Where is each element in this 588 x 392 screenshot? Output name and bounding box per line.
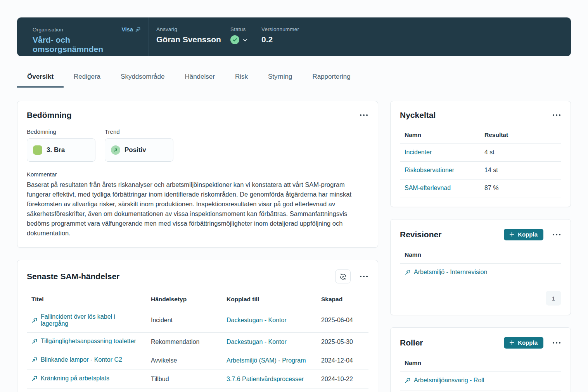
roller-overflow-menu-button[interactable] — [552, 341, 561, 344]
created-date-cell: 2024-12-04 — [316, 351, 368, 370]
refresh-button[interactable] — [335, 269, 351, 283]
ansvarig-value: Göran Svensson — [156, 35, 225, 44]
version-label: Versionnummer — [261, 26, 299, 32]
trend-up-icon — [111, 145, 120, 155]
table-row: SAM-efterlevnad 87 % — [400, 180, 561, 197]
tab-oversikt[interactable]: Översikt — [17, 68, 64, 88]
pagination-page-1[interactable]: 1 — [546, 291, 561, 306]
column-header-namn: Namn — [400, 128, 480, 144]
kpi-table: Namn Resultat Incidenter 4 st Riskobserv… — [400, 128, 561, 197]
kpi-result-cell: 87 % — [480, 180, 561, 197]
nyckeltal-card-title: Nyckeltal — [400, 111, 436, 120]
status-check-icon — [230, 35, 239, 44]
trend-field-label: Trend — [105, 128, 173, 135]
table-row: Blinkande lampor - Kontor C2 Avvikelse A… — [27, 351, 368, 370]
column-header-skapad: Skapad — [316, 293, 368, 308]
column-header-titel: Titel — [27, 293, 146, 308]
version-value: 0.2 — [261, 35, 299, 44]
event-title-link[interactable]: Blinkande lampor - Kontor C2 — [31, 356, 122, 363]
event-type-cell: Avvikelse — [146, 351, 222, 370]
revisioner-card: Revisioner Koppla Namn Arb — [390, 219, 571, 315]
bedomning-overflow-menu-button[interactable] — [359, 114, 368, 117]
table-row: Arbetsmiljöansvarig - Roll — [400, 372, 561, 390]
kommentar-label: Kommentar — [27, 171, 368, 178]
organisation-label: Organisation — [33, 27, 63, 33]
status-label: Status — [230, 26, 253, 32]
visa-link[interactable]: Visa — [121, 26, 141, 33]
kpi-link[interactable]: SAM-efterlevnad — [405, 185, 451, 192]
tab-redigera[interactable]: Redigera — [64, 68, 111, 88]
tab-handelser[interactable]: Händelser — [175, 68, 225, 88]
event-title-link[interactable]: Kränkning på arbetsplats — [31, 375, 109, 382]
ellipsis-icon — [359, 114, 368, 117]
kommentar-text: Baserat på resultaten från årets riskana… — [27, 180, 368, 238]
kpi-link[interactable]: Riskobservationer — [405, 167, 454, 174]
right-column: Nyckeltal Namn Resultat Incidenter 4 st — [390, 101, 571, 392]
roller-card-title: Roller — [400, 338, 423, 347]
ellipsis-icon — [552, 341, 561, 344]
ellipsis-icon — [552, 114, 561, 117]
event-type-cell: Rekommendation — [146, 333, 222, 351]
kpi-result-cell: 14 st — [480, 162, 561, 180]
table-row: Incidenter 4 st — [400, 144, 561, 162]
linked-to-link[interactable]: Arbetsmiljö (SAM) - Program — [227, 357, 306, 364]
revision-link[interactable]: Arbetsmiljö - Internrevision — [405, 269, 487, 276]
bedomning-value-box: 3. Bra — [27, 138, 95, 162]
ansvarig-section: Ansvarig Göran Svensson — [156, 17, 225, 56]
bedomning-field: Bedömning 3. Bra — [27, 128, 95, 162]
external-link-icon — [31, 357, 38, 363]
column-header-namn: Namn — [400, 248, 561, 264]
status-dropdown[interactable] — [230, 35, 253, 44]
tab-styrning[interactable]: Styrning — [258, 68, 302, 88]
table-row: Tillgänglighetsanpassning toaletter Reko… — [27, 333, 368, 351]
nyckeltal-overflow-menu-button[interactable] — [552, 114, 561, 117]
external-link-icon — [31, 338, 38, 344]
event-title-link[interactable]: Fallincident över lös kabel i lagergång — [31, 313, 142, 327]
created-date-cell: 2024-10-22 — [316, 370, 368, 389]
sync-check-icon — [339, 273, 347, 280]
nyckeltal-card: Nyckeltal Namn Resultat Incidenter 4 st — [390, 101, 571, 207]
sam-handelser-card: Senaste SAM-händelser Titel Händelsetyp — [17, 260, 378, 392]
trend-value-box: Positiv — [105, 138, 173, 162]
organisation-section: Organisation Visa Vård- och omsorgsnämnd… — [17, 17, 149, 56]
version-section: Versionnummer 0.2 — [261, 17, 299, 56]
status-section: Status — [230, 17, 253, 56]
kpi-link[interactable]: Incidenter — [405, 149, 432, 156]
koppla-button[interactable]: Koppla — [504, 337, 543, 349]
table-row: Arbetsmiljö - Internrevision — [400, 264, 561, 282]
tab-skyddsomrade[interactable]: Skyddsområde — [111, 68, 175, 88]
table-row: Riskobservationer 14 st — [400, 162, 561, 180]
event-title-link[interactable]: Tillgänglighetsanpassning toaletter — [31, 338, 136, 345]
assessment-color-chip — [33, 145, 42, 155]
column-header-kopplad-till: Kopplad till — [222, 293, 316, 308]
sam-handelser-card-title: Senaste SAM-händelser — [27, 272, 119, 281]
kpi-result-cell: 4 st — [480, 144, 561, 162]
sam-handelser-overflow-menu-button[interactable] — [359, 275, 368, 278]
role-link[interactable]: Arbetsmiljöansvarig - Roll — [405, 377, 484, 384]
external-link-icon — [135, 27, 141, 33]
linked-to-link[interactable]: 3.7.6 Patientvårdsprocesser — [227, 376, 304, 383]
ellipsis-icon — [552, 233, 561, 236]
linked-to-link[interactable]: Dackestugan - Kontor — [227, 317, 287, 324]
trend-value: Positiv — [125, 146, 146, 154]
bedomning-field-label: Bedömning — [27, 128, 95, 135]
revisioner-overflow-menu-button[interactable] — [552, 233, 561, 236]
roller-table: Namn Arbetsmiljöansvarig - Roll — [400, 356, 561, 390]
koppla-button[interactable]: Koppla — [504, 229, 543, 240]
created-date-cell: 2025-05-30 — [316, 333, 368, 351]
external-link-icon — [405, 377, 411, 383]
external-link-icon — [31, 375, 38, 382]
roller-card: Roller Koppla Namn Arbetsm — [390, 327, 571, 392]
linked-to-link[interactable]: Dackestugan - Kontor — [227, 338, 287, 345]
event-type-cell: Incident — [146, 308, 222, 333]
table-row: Fallincident över lös kabel i lagergång … — [27, 308, 368, 333]
column-header-handelsetyp: Händelsetyp — [146, 293, 222, 308]
created-date-cell: 2025-06-04 — [316, 308, 368, 333]
tab-rapportering[interactable]: Rapportering — [302, 68, 360, 88]
chevron-down-icon — [242, 37, 248, 43]
tab-risk[interactable]: Risk — [225, 68, 258, 88]
bedomning-card: Bedömning Bedömning 3. Bra Trend — [17, 101, 378, 248]
bedomning-card-title: Bedömning — [27, 111, 72, 120]
organisation-value[interactable]: Vård- och omsorgsnämnden — [33, 35, 141, 54]
bedomning-value: 3. Bra — [47, 146, 65, 154]
